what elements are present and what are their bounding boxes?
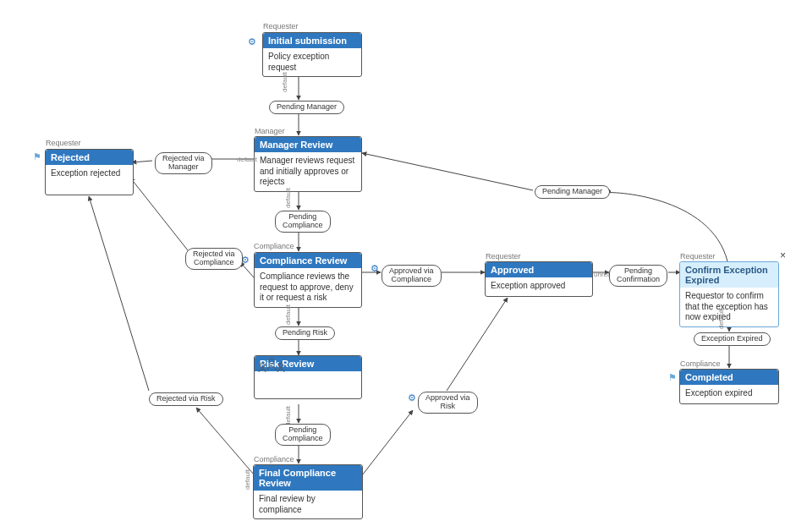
svg-point-2 <box>279 364 283 368</box>
node-title: Initial submission <box>263 33 361 48</box>
svg-point-0 <box>269 359 274 364</box>
role-label-final: Compliance <box>254 455 294 463</box>
node-body: Manager reviews request and initially ap… <box>255 152 361 191</box>
gear-icon: ⚙ <box>371 263 379 274</box>
node-compliance-review[interactable]: Compliance Review Compliance reviews the… <box>254 252 362 308</box>
role-label-compliance: Compliance <box>254 242 294 250</box>
node-rejected[interactable]: Rejected Exception rejected <box>45 149 134 195</box>
node-title: Rejected <box>46 150 133 165</box>
edge-exception-expired[interactable]: Exception Expired <box>694 332 771 346</box>
node-title: Completed <box>680 370 778 385</box>
node-risk-review[interactable]: Risk Review <box>254 355 362 399</box>
edge-pending-manager-2[interactable]: Pending Manager <box>535 185 610 199</box>
workflow-canvas: Requester ⚙ Initial submission Policy ex… <box>0 0 796 532</box>
node-title: Compliance Review <box>255 253 361 268</box>
node-title: Confirm Exception Expired <box>680 262 778 288</box>
gear-icon: ⚙ <box>408 392 416 403</box>
node-body: Compliance reviews the request to approv… <box>255 268 361 307</box>
edge-approved-via-risk[interactable]: Approved via Risk <box>418 392 478 414</box>
svg-point-1 <box>261 364 265 368</box>
node-body <box>255 371 361 398</box>
role-label-confirm: Requester <box>680 252 716 261</box>
node-body: Policy exception request <box>263 48 361 76</box>
edge-pending-compliance-1[interactable]: Pending Compliance <box>275 211 331 233</box>
node-body: Exception rejected <box>46 165 133 183</box>
flag-icon: ⚑ <box>668 372 677 383</box>
node-final-compliance-review[interactable]: Final Compliance Review Final review by … <box>253 464 363 519</box>
default-label: default <box>717 309 725 329</box>
node-completed[interactable]: Completed Exception expired <box>679 369 779 404</box>
default-label: default <box>284 304 292 325</box>
edge-pending-risk[interactable]: Pending Risk <box>275 326 335 340</box>
edge-pending-manager[interactable]: Pending Manager <box>269 101 344 114</box>
edge-rejected-via-compliance[interactable]: Rejected via Compliance <box>185 248 243 270</box>
gear-icon: ⚙ <box>248 36 256 47</box>
users-icon <box>260 375 356 395</box>
default-label: default <box>281 72 288 92</box>
role-label-initial: Requester <box>263 22 299 30</box>
edge-pending-confirmation[interactable]: Pending Confirmation <box>609 265 667 287</box>
edge-rejected-via-risk[interactable]: Rejected via Risk <box>149 392 223 406</box>
node-manager-review[interactable]: Manager Review Manager reviews request a… <box>254 136 362 192</box>
node-initial-submission[interactable]: Initial submission Policy exception requ… <box>262 32 362 77</box>
node-body: Exception expired <box>680 385 778 403</box>
node-title: Approved <box>486 262 592 277</box>
edge-pending-compliance-2[interactable]: Pending Compliance <box>275 424 331 446</box>
node-body: Requestor to confirm that the exception … <box>680 288 778 326</box>
edge-approved-via-compliance[interactable]: Approved via Compliance <box>382 265 442 287</box>
node-approved[interactable]: Approved Exception approved <box>485 261 593 297</box>
node-body: Exception approved <box>486 277 592 295</box>
node-body: Final review by compliance <box>254 491 362 518</box>
node-confirm-exception-expired[interactable]: Confirm Exception Expired Requestor to c… <box>679 261 779 327</box>
node-title: Manager Review <box>255 137 361 152</box>
role-label-completed: Compliance <box>680 359 721 368</box>
role-label-rejected: Requester <box>46 139 81 147</box>
default-label: default <box>237 156 257 163</box>
role-label-manager: Manager <box>255 127 285 135</box>
edge-rejected-via-manager[interactable]: Rejected via Manager <box>155 152 212 174</box>
node-title: Final Compliance Review <box>254 465 362 491</box>
default-label: default <box>284 188 292 208</box>
default-label: default <box>244 469 251 490</box>
role-label-approved: Requester <box>486 252 521 261</box>
close-icon[interactable]: × <box>780 250 786 261</box>
flag-icon: ⚑ <box>33 151 41 162</box>
